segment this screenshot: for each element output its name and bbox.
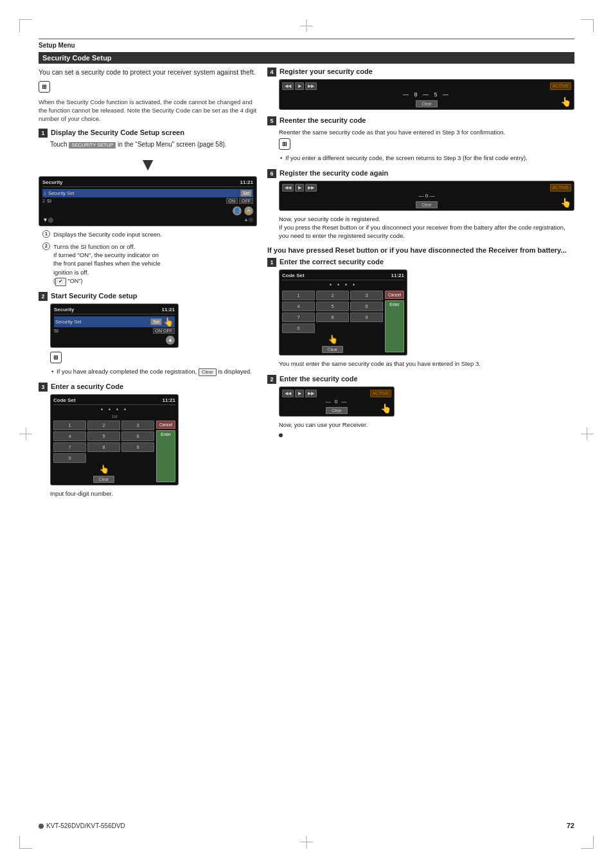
rs2-active: ACTIVE bbox=[370, 390, 391, 397]
rs2-btn1[interactable]: ◀◀ bbox=[282, 390, 294, 397]
r-cancel-btn[interactable]: Cancel bbox=[385, 291, 404, 299]
callout-1-text: Displays the Security code input screen. bbox=[53, 230, 162, 239]
r-key-4[interactable]: 4 bbox=[282, 302, 315, 311]
key-4[interactable]: 4 bbox=[53, 431, 86, 441]
crosshair-bottom-h bbox=[300, 842, 313, 842]
key-1[interactable]: 1 bbox=[53, 420, 86, 430]
reset-step1-num: 1 bbox=[267, 258, 276, 267]
right-column: 4 Register your security code ◀◀ ▶ ▶▶ AC… bbox=[267, 68, 574, 504]
reset-code-layout: 1 2 3 4 5 6 7 8 9 0 bbox=[282, 291, 404, 352]
step2-header: 2 Start Security Code setup bbox=[39, 292, 257, 301]
key-9[interactable]: 9 bbox=[121, 442, 154, 452]
intro-text: You can set a security code to protect y… bbox=[39, 68, 257, 77]
rs2-btn2[interactable]: ▶ bbox=[295, 390, 304, 397]
r-key-0[interactable]: 0 bbox=[282, 323, 315, 333]
security-screen-step1: Security 11:21 1 Security Set Set bbox=[39, 176, 257, 226]
s6-clear[interactable]: Clear bbox=[416, 201, 438, 208]
key-7[interactable]: 7 bbox=[53, 442, 86, 452]
bottom-dot bbox=[39, 824, 44, 829]
rs2-clear-btn[interactable]: Clear bbox=[326, 407, 348, 414]
reset-step2-body: ◀◀ ▶ ▶▶ ACTIVE — 0 — Clear 👆 bbox=[279, 386, 574, 439]
cancel-btn[interactable]: Cancel bbox=[156, 420, 175, 429]
reset-code-header: Code Set 11:21 bbox=[282, 273, 404, 280]
reset-step2-num: 2 bbox=[267, 375, 276, 384]
step1-num: 1 bbox=[39, 129, 48, 138]
reset-step1-desc: You must enter the same security code as… bbox=[279, 359, 574, 368]
key-3[interactable]: 3 bbox=[121, 420, 154, 430]
step3-body: Code Set 11:21 * * * * 1st 1 2 3 4 5 bbox=[50, 394, 257, 498]
step1-label: Display the Security Code Setup screen bbox=[51, 129, 184, 136]
s4-clear-area: Clear bbox=[282, 99, 571, 107]
rs2-hand-icon: 👆 bbox=[380, 403, 391, 413]
bullet-dot bbox=[279, 433, 283, 437]
r-key-1[interactable]: 1 bbox=[282, 291, 315, 300]
r-key-7[interactable]: 7 bbox=[282, 312, 315, 322]
item1-num: 1 bbox=[44, 191, 46, 195]
rs2-top: ◀◀ ▶ ▶▶ ACTIVE bbox=[282, 390, 391, 397]
r-key-3[interactable]: 3 bbox=[350, 291, 383, 300]
hand3-area: 👆 bbox=[53, 464, 154, 474]
step5-note: If you enter a different security code, … bbox=[279, 154, 574, 162]
security-screen-step2: Security 11:21 Security Set Set 👆 bbox=[50, 303, 179, 348]
key-5[interactable]: 5 bbox=[87, 431, 120, 441]
reset-main-keypad: 1 2 3 4 5 6 7 8 9 0 bbox=[282, 291, 383, 352]
sec2-header: Security 11:21 bbox=[54, 307, 175, 314]
s4-btn1[interactable]: ◀◀ bbox=[282, 82, 294, 90]
callout-2-num: 2 bbox=[42, 242, 50, 250]
arrow-down: ▼ bbox=[39, 156, 257, 174]
s4-clear[interactable]: Clear bbox=[416, 100, 438, 107]
rs2-clear: Clear bbox=[282, 406, 391, 413]
code-screen-reset1: Code Set 11:21 * * * * 1 2 3 4 5 bbox=[279, 269, 407, 356]
set-button[interactable]: Set bbox=[240, 190, 252, 197]
r-clear-btn[interactable]: Clear bbox=[322, 346, 344, 353]
key-6[interactable]: 6 bbox=[121, 431, 154, 441]
r-key-9[interactable]: 9 bbox=[350, 312, 383, 322]
r-enter-btn[interactable]: Enter bbox=[385, 300, 404, 352]
sec2-icon-row: ▲ bbox=[54, 336, 175, 345]
crop-mark-tl bbox=[19, 19, 32, 32]
side-btns: Cancel Enter bbox=[156, 420, 175, 482]
r-key-8[interactable]: 8 bbox=[316, 312, 349, 322]
key-0[interactable]: 0 bbox=[53, 453, 86, 463]
enter-btn[interactable]: Enter bbox=[156, 430, 175, 482]
s6-btn3[interactable]: ▶▶ bbox=[305, 184, 317, 192]
crosshair-right bbox=[581, 434, 594, 435]
crosshair-bottom bbox=[306, 836, 307, 849]
r-key-2[interactable]: 2 bbox=[316, 291, 349, 300]
r-key-5[interactable]: 5 bbox=[316, 302, 349, 311]
step6-num: 6 bbox=[267, 169, 276, 178]
s6-nav-btns: ◀◀ ▶ ▶▶ bbox=[282, 184, 317, 192]
s6-btn2[interactable]: ▶ bbox=[295, 184, 304, 192]
clear-ref: Clear bbox=[199, 368, 217, 377]
note-text-1: When the Security Code function is activ… bbox=[39, 98, 257, 123]
s6-hand: 👆 bbox=[560, 197, 571, 208]
security-screen-wrapper: Security 11:21 1 Security Set Set bbox=[39, 176, 257, 226]
top-rule bbox=[39, 39, 574, 39]
security-screen-title: Security bbox=[42, 179, 63, 185]
s6-btn1[interactable]: ◀◀ bbox=[282, 184, 294, 192]
callout-2: 2 Turns the SI function on or off.If tur… bbox=[42, 242, 257, 288]
code-screen-reset2: ◀◀ ▶ ▶▶ ACTIVE — 0 — Clear 👆 bbox=[279, 386, 395, 417]
r-key-6[interactable]: 6 bbox=[350, 302, 383, 311]
off-indicator: OFF bbox=[239, 198, 253, 204]
rs2-btn3[interactable]: ▶▶ bbox=[305, 390, 317, 397]
step4-header: 4 Register your security code bbox=[267, 68, 574, 77]
sec2-time: 11:21 bbox=[162, 307, 175, 312]
reset-step2-header: 2 Enter the security code bbox=[267, 375, 574, 384]
step2-body: Security 11:21 Security Set Set 👆 bbox=[50, 303, 257, 377]
step2-note: If you have already completed the code r… bbox=[50, 367, 257, 377]
s4-btn3[interactable]: ▶▶ bbox=[305, 82, 317, 90]
step6-header: 6 Register the security code again bbox=[267, 169, 574, 178]
key-2[interactable]: 2 bbox=[87, 420, 120, 430]
on-indicator: ON bbox=[226, 198, 238, 204]
step1-text: Touch SECURITY SETUP in the "Setup Menu"… bbox=[50, 141, 227, 148]
security-setup-btn-ref: SECURITY SETUP bbox=[69, 142, 116, 149]
key-8[interactable]: 8 bbox=[87, 442, 120, 452]
r-hand-icon: 👆 bbox=[328, 334, 338, 344]
r-clear-row: Clear bbox=[282, 345, 383, 352]
s4-btn2[interactable]: ▶ bbox=[295, 82, 304, 90]
reset-step1-body: Code Set 11:21 * * * * 1 2 3 4 5 bbox=[279, 269, 574, 368]
clear-btn[interactable]: Clear bbox=[93, 476, 115, 483]
sec2-set-btn[interactable]: Set bbox=[150, 318, 162, 325]
rs2-hand: 👆 bbox=[380, 403, 391, 413]
